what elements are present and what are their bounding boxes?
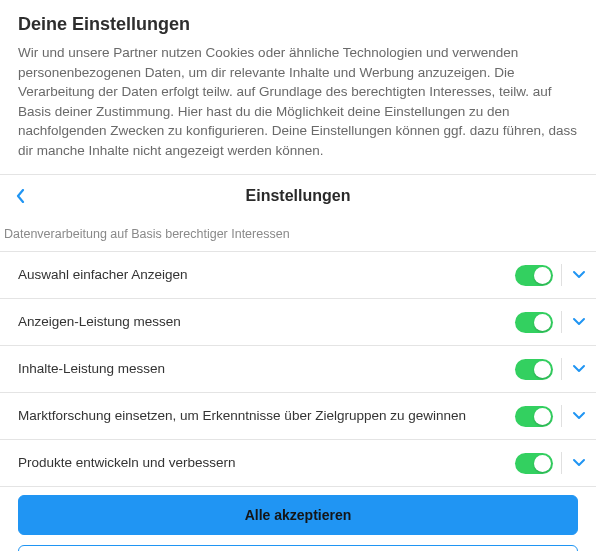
toggle-switch[interactable] <box>515 406 553 427</box>
separator <box>561 311 562 333</box>
list-item-label: Produkte entwickeln und verbessern <box>18 454 505 472</box>
list-item-controls <box>515 358 588 380</box>
intro-text: Wir und unsere Partner nutzen Cookies od… <box>18 43 578 160</box>
list-item: Inhalte-Leistung messen <box>0 345 596 392</box>
accept-all-button[interactable]: Alle akzeptieren <box>18 495 578 535</box>
list-item: Produkte entwickeln und verbessern <box>0 439 596 487</box>
expand-button[interactable] <box>570 313 588 331</box>
chevron-left-icon <box>16 189 26 203</box>
list-item-label: Inhalte-Leistung messen <box>18 360 505 378</box>
expand-button[interactable] <box>570 407 588 425</box>
list-item: Anzeigen-Leistung messen <box>0 298 596 345</box>
list-item-controls <box>515 311 588 333</box>
subheader-title: Einstellungen <box>246 187 351 205</box>
separator <box>561 452 562 474</box>
expand-button[interactable] <box>570 266 588 284</box>
list-item: Auswahl einfacher Anzeigen <box>0 251 596 298</box>
settings-list: Auswahl einfacher Anzeigen Anzeigen-Leis… <box>0 251 596 487</box>
list-item-label: Marktforschung einsetzen, um Erkenntniss… <box>18 407 505 425</box>
expand-button[interactable] <box>570 454 588 472</box>
chevron-down-icon <box>572 364 586 374</box>
toggle-switch[interactable] <box>515 453 553 474</box>
subheader: Einstellungen <box>0 175 596 217</box>
list-item-controls <box>515 452 588 474</box>
save-close-button[interactable]: Einstellungen speichern & schließen <box>18 545 578 551</box>
list-item-label: Auswahl einfacher Anzeigen <box>18 266 505 284</box>
toggle-switch[interactable] <box>515 265 553 286</box>
separator <box>561 405 562 427</box>
expand-button[interactable] <box>570 360 588 378</box>
chevron-down-icon <box>572 458 586 468</box>
intro-block: Deine Einstellungen Wir und unsere Partn… <box>0 0 596 174</box>
back-button[interactable] <box>14 189 28 203</box>
toggle-switch[interactable] <box>515 312 553 333</box>
list-item-controls <box>515 264 588 286</box>
separator <box>561 358 562 380</box>
separator <box>561 264 562 286</box>
list-item-controls <box>515 405 588 427</box>
section-label: Datenverarbeitung auf Basis berechtiger … <box>0 217 596 251</box>
chevron-down-icon <box>572 411 586 421</box>
toggle-switch[interactable] <box>515 359 553 380</box>
chevron-down-icon <box>572 270 586 280</box>
page-title: Deine Einstellungen <box>18 14 578 35</box>
button-bar: Alle akzeptieren Einstellungen speichern… <box>0 487 596 551</box>
list-item: Marktforschung einsetzen, um Erkenntniss… <box>0 392 596 439</box>
list-item-label: Anzeigen-Leistung messen <box>18 313 505 331</box>
chevron-down-icon <box>572 317 586 327</box>
